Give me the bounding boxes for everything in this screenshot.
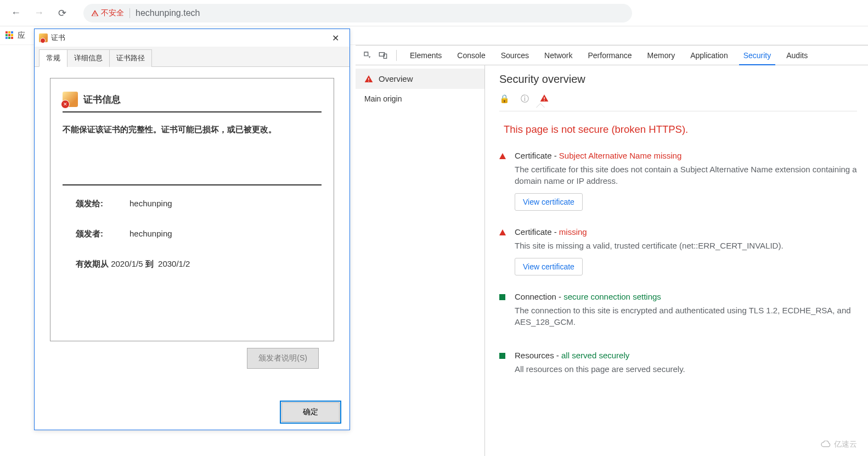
certificate-dialog: 证书 ✕ 常规 详细信息 证书路径 证书信息 不能保证该证书的完整性。证书可能已… [34,29,350,430]
tab-audits[interactable]: Audits [779,46,815,65]
not-secure-message: This page is not secure (broken HTTPS). [504,123,857,136]
cert-warning-text: 不能保证该证书的完整性。证书可能已损坏，或已被更改。 [63,125,322,135]
warning-triangle-icon [364,75,373,83]
forward-button[interactable]: → [30,4,48,22]
cloud-icon [820,441,832,448]
divider [63,184,322,185]
dialog-body: 证书信息 不能保证该证书的完整性。证书可能已损坏，或已被更改。 颁发给: hec… [35,67,350,402]
resources-item: Resources - all served securely All reso… [499,351,857,381]
tab-security[interactable]: Security [736,46,779,65]
url-text: hechunping.tech [136,8,200,18]
certificate-icon [39,33,48,42]
ok-button[interactable]: 确定 [281,402,340,422]
view-certificate-button[interactable]: View certificate [515,193,583,211]
cert-info-heading: 证书信息 [83,93,121,106]
tab-network[interactable]: Network [537,46,580,65]
issued-to-label: 颁发给: [63,199,112,209]
divider [129,8,130,18]
security-sidebar: Overview Main origin [356,65,485,456]
dialog-title: 证书 [51,33,65,43]
tab-performance[interactable]: Performance [580,46,639,65]
device-toolbar-icon[interactable] [375,48,391,63]
tab-application[interactable]: Application [683,46,736,65]
security-main: Security overview 🔒 ⓘ This page is not s… [485,65,868,456]
browser-toolbar: ← → ⟳ 不安全 hechunping.tech [0,0,868,26]
issued-by-label: 颁发者: [63,229,112,239]
svg-rect-4 [544,97,544,99]
reload-button[interactable]: ⟳ [53,4,71,22]
connection-item: Connection - secure connection settings … [499,292,857,334]
watermark: 亿速云 [820,440,857,449]
warning-triangle-icon [91,9,99,17]
tab-console[interactable]: Console [449,46,493,65]
not-secure-badge: 不安全 [91,8,124,18]
dialog-tabs: 常规 详细信息 证书路径 [35,47,350,67]
issued-by-value: hechunping [129,229,172,239]
svg-rect-5 [544,100,544,100]
warning-triangle-icon [540,94,549,104]
warning-triangle-icon [499,229,506,235]
secure-square-icon [499,294,505,300]
back-button[interactable]: ← [7,4,25,22]
tab-cert-path[interactable]: 证书路径 [109,49,152,67]
sidebar-overview[interactable]: Overview [356,69,484,89]
close-button[interactable]: ✕ [324,30,346,46]
info-icon: ⓘ [521,94,529,104]
security-summary-bar: 🔒 ⓘ [499,91,857,106]
separator [396,50,397,61]
devtools-tabbar: Elements Console Sources Network Perform… [356,46,868,65]
svg-rect-3 [368,81,369,81]
tab-details[interactable]: 详细信息 [67,49,110,67]
lock-icon: 🔒 [499,94,510,104]
devtools-panel: Elements Console Sources Network Perform… [356,45,868,456]
validity-row: 有效期从 2020/1/5 到 2030/1/2 [63,259,322,269]
view-certificate-button[interactable]: View certificate [515,258,583,275]
warning-triangle-icon [499,153,506,159]
address-bar[interactable]: 不安全 hechunping.tech [83,4,632,22]
tab-general[interactable]: 常规 [39,49,67,67]
inspect-element-icon[interactable] [360,48,375,63]
divider [499,111,857,111]
apps-icon[interactable] [5,31,14,40]
svg-rect-2 [368,78,369,80]
bookmark-item[interactable]: 应 [18,31,25,41]
cert-info-frame: 证书信息 不能保证该证书的完整性。证书可能已损坏，或已被更改。 颁发给: hec… [50,78,334,341]
tab-memory[interactable]: Memory [640,46,683,65]
tab-sources[interactable]: Sources [493,46,537,65]
sidebar-main-origin[interactable]: Main origin [356,89,484,109]
issued-to-value: hechunping [129,199,172,209]
tab-elements[interactable]: Elements [402,46,449,65]
certificate-invalid-icon [63,92,78,107]
security-overview-title: Security overview [499,73,857,86]
issuer-statement-button: 颁发者说明(S) [247,348,319,369]
cert-san-item: Certificate - Subject Alternative Name m… [499,151,857,211]
dialog-titlebar: 证书 ✕ [35,29,350,47]
secure-square-icon [499,353,505,359]
cert-missing-item: Certificate - missing This site is missi… [499,227,857,275]
